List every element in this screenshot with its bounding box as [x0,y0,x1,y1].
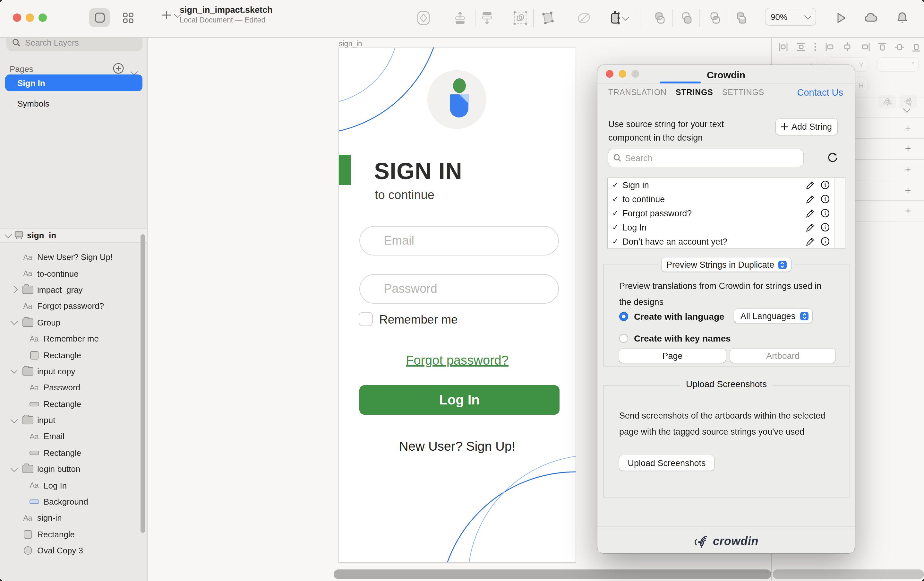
chevron-down-icon[interactable] [11,416,18,423]
email-field[interactable]: Email [359,226,559,255]
artboard-group-header[interactable]: sign_in [0,228,147,243]
layer-row[interactable]: Rectangle [0,526,147,543]
create-with-key-names-option[interactable]: Create with key names [619,333,731,343]
layer-row[interactable]: Oval Copy 3 [0,543,147,559]
edit-pencil-icon[interactable] [806,209,815,218]
string-row[interactable]: ✓ Forgot password? i [608,206,845,220]
add-border-button[interactable]: + [903,165,913,175]
info-icon[interactable]: i [821,237,830,246]
align-top-icon[interactable] [878,42,887,52]
collapse-section-button[interactable] [904,103,909,115]
string-row[interactable]: ✓ Sign in i [608,178,845,192]
list-scrollbar-track[interactable] [834,178,845,248]
layer-row[interactable]: login button [0,461,147,477]
send-backward-button[interactable] [478,9,496,27]
radio-selected-icon[interactable] [619,312,628,321]
info-icon[interactable]: i [821,223,830,232]
page-item-symbols[interactable]: Symbols [5,95,142,112]
layer-row[interactable]: Rectangle [0,396,147,412]
tab-strings[interactable]: STRINGS [676,88,713,97]
boolean-difference-button[interactable] [732,9,750,27]
crowdin-search-input[interactable]: Search [608,149,804,167]
flip-horizontal-button[interactable] [878,95,896,109]
inspector-horizontal-scrollbar[interactable] [772,569,924,579]
layer-row[interactable]: Rectangle [0,445,147,461]
artboard[interactable]: SIGN IN to continue Email Password Remem… [339,48,576,563]
add-blur-button[interactable]: + [903,206,913,216]
edit-pencil-icon[interactable] [806,223,815,232]
align-center-horizontal-icon[interactable] [843,42,852,51]
align-left-icon[interactable] [825,42,835,51]
sidebar-scrollbar[interactable] [140,234,145,533]
edit-pencil-icon[interactable] [806,237,815,246]
insert-menu-button[interactable] [162,10,180,20]
boolean-intersect-button[interactable] [706,9,724,27]
layer-row[interactable]: AaNew User? Sign Up! [0,249,147,265]
layer-row[interactable]: AaLog In [0,477,147,494]
string-row[interactable]: ✓ Log In i [608,220,845,234]
edit-pencil-icon[interactable] [806,180,815,189]
layer-row[interactable]: AaEmail [0,429,147,445]
page-button[interactable]: Page [619,349,726,363]
chevron-right-icon[interactable] [11,286,18,294]
crowdin-titlebar[interactable]: Crowdin [597,65,855,83]
chevron-down-icon[interactable] [11,318,18,325]
layer-row[interactable]: AaForgot password? [0,298,147,314]
grid-view-button[interactable] [118,8,139,27]
edit-shape-button[interactable] [539,9,557,27]
layer-row[interactable]: Background [0,494,147,510]
distribute-vertically-icon[interactable] [796,42,805,51]
password-field[interactable]: Password [359,274,559,304]
edit-pencil-icon[interactable] [806,195,815,204]
refresh-button[interactable] [827,152,838,166]
rotation-field[interactable]: ° [878,58,918,71]
boolean-subtract-button[interactable] [678,9,696,27]
toggle-sidebar-button[interactable] [89,8,110,27]
page-item-sign-in[interactable]: Sign In [5,74,142,91]
layer-row[interactable]: impact_gray [0,282,147,298]
layer-row[interactable]: Aato-continue [0,265,147,282]
oval-tool-button[interactable] [414,9,432,27]
close-window-button[interactable] [13,13,21,22]
layer-row[interactable]: input [0,412,147,429]
layer-row[interactable]: AaPassword [0,379,147,396]
artboard-button[interactable]: Artboard [730,349,835,363]
layer-row[interactable]: Rectangle [0,347,147,363]
boolean-union-button[interactable] [651,9,668,27]
layer-row[interactable]: Group [0,314,147,331]
align-middle-vertical-icon[interactable] [895,42,904,52]
group-button[interactable] [512,9,530,27]
align-bottom-icon[interactable] [912,42,921,52]
radio-unselected-icon[interactable] [619,334,628,343]
tab-translation[interactable]: TRANSLATION [608,88,667,97]
zoom-window-button[interactable] [38,13,47,22]
chevron-down-icon[interactable] [11,465,18,472]
string-row[interactable]: ✓ to continue i [608,192,845,206]
create-with-language-option[interactable]: Create with language [619,311,724,322]
chevron-down-icon[interactable] [11,367,18,374]
layer-row[interactable]: Aasign-in [0,510,147,526]
resize-options-chevron[interactable] [621,9,630,27]
upload-screenshots-button[interactable]: Upload Screenshots [619,455,714,470]
info-icon[interactable]: i [821,209,830,218]
add-string-button[interactable]: Add String [776,119,837,135]
contact-us-link[interactable]: Contact Us [797,87,843,98]
more-options-icon[interactable] [813,42,817,51]
bring-forward-button[interactable] [451,9,469,27]
string-row[interactable]: ✓ Don’t have an account yet? i [608,234,845,248]
minimize-window-button[interactable] [26,13,34,22]
log-in-button[interactable]: Log In [359,385,559,415]
add-shadow-button[interactable]: + [903,185,913,196]
preview-play-button[interactable] [832,9,850,27]
preview-strings-dropdown[interactable]: Preview Strings in Duplicate [662,257,791,271]
notifications-button[interactable] [893,9,911,27]
zoom-level-dropdown[interactable]: 90% [765,8,816,26]
layer-row[interactable]: AaRemember me [0,331,147,347]
all-languages-dropdown[interactable]: All Languages [734,309,812,323]
add-style-button[interactable]: + [903,123,913,134]
forgot-password-link[interactable]: Forgot password? [339,353,576,368]
artboard-title[interactable]: sign_in [339,40,362,48]
layer-row[interactable]: input copy [0,363,147,379]
cloud-sync-button[interactable] [862,9,880,27]
info-icon[interactable]: i [821,195,830,204]
